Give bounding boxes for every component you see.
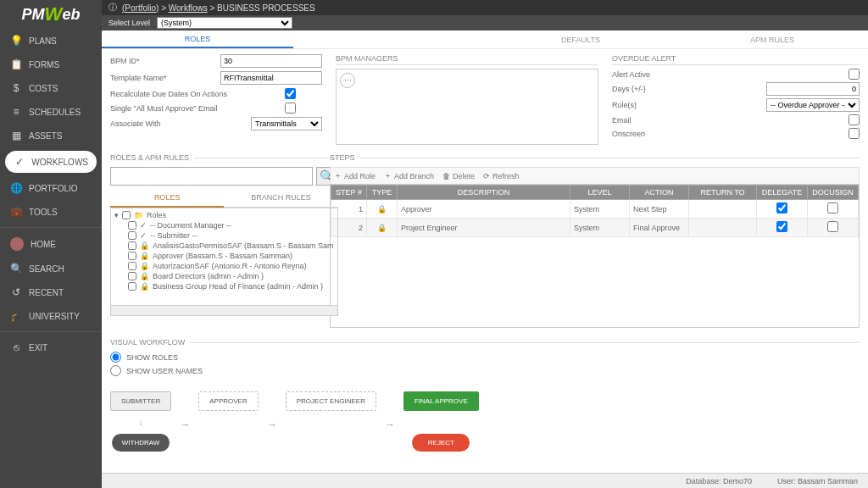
breadcrumb-portfolio[interactable]: (Portfolio)	[122, 3, 159, 13]
steps-section-label: STEPS	[330, 153, 360, 162]
arrow-right-icon: →	[267, 419, 277, 430]
delegate-checkbox[interactable]	[776, 202, 787, 214]
graduation-icon: 🎓	[10, 310, 22, 322]
node-reject[interactable]: REJECT	[412, 434, 470, 452]
steps-table: STEP # TYPE DESCRIPTION LEVEL ACTION RET…	[331, 185, 859, 237]
tabs: ROLES DEFAULTS APM RULES	[102, 30, 868, 49]
roles-subtab[interactable]: ROLES	[110, 189, 224, 208]
node-withdraw[interactable]: WITHDRAW	[112, 434, 170, 452]
user-label: User:	[777, 477, 796, 485]
nav-exit[interactable]: ⎋EXIT	[0, 336, 102, 359]
recalc-label: Recalculate Due Dates On Actions	[110, 90, 280, 98]
nav-schedules[interactable]: ≡SCHEDULES	[0, 100, 102, 124]
history-icon: ↺	[10, 286, 22, 298]
nav-plans[interactable]: 💡PLANS	[0, 29, 102, 53]
docusign-checkbox[interactable]	[827, 221, 838, 232]
nav-tools[interactable]: 💼TOOLS	[0, 200, 102, 224]
steps-toolbar: ＋ Add Role ＋ Add Branch 🗑 Delete ⟳ Refre…	[330, 167, 860, 184]
sidebar: PMWeb 💡PLANS 📋FORMS $COSTS ≡SCHEDULES ▦A…	[0, 0, 102, 488]
tab-apm[interactable]: APM RULES	[676, 30, 868, 48]
info-icon[interactable]: ⓘ	[108, 2, 117, 14]
template-input[interactable]	[220, 71, 322, 85]
delegate-checkbox[interactable]	[776, 221, 787, 232]
exit-icon: ⎋	[10, 341, 22, 353]
table-row[interactable]: 2 🔒 Project Engineer System Final Approv…	[331, 219, 859, 237]
level-label: Select Level	[108, 19, 150, 27]
node-final-approve[interactable]: FINAL APPROVE	[403, 391, 479, 411]
alert-active-label: Alert Active	[612, 70, 663, 79]
arrow-right-icon: →	[180, 419, 190, 430]
roles-label: Role(s)	[612, 101, 663, 109]
tree-scrollbar[interactable]	[111, 305, 337, 315]
globe-icon: 🌐	[10, 182, 22, 194]
tab-blank[interactable]	[293, 30, 485, 48]
nav-home[interactable]: HOME	[0, 231, 102, 257]
visual-workflow-title: VISUAL WORKFLOW	[110, 338, 190, 347]
docusign-checkbox[interactable]	[827, 202, 838, 214]
template-label: Template Name*	[110, 74, 215, 82]
node-approver[interactable]: APPROVER	[198, 391, 258, 411]
show-users-label: SHOW USER NAMES	[126, 367, 203, 375]
level-bar: Select Level (System)	[102, 15, 868, 30]
nav-recent[interactable]: ↺RECENT	[0, 280, 102, 304]
roles-tree[interactable]: ▾📁Roles ✓-- Document Manager -- ✓-- Subm…	[110, 208, 338, 316]
email-checkbox[interactable]	[849, 114, 860, 125]
avatar-icon	[10, 237, 24, 251]
lock-icon: 🔒	[377, 205, 387, 214]
managers-box: ⋯	[336, 69, 598, 145]
managers-menu-button[interactable]: ⋯	[340, 73, 355, 88]
associate-select[interactable]: Transmittals	[251, 117, 322, 130]
days-input[interactable]	[766, 82, 860, 96]
node-engineer[interactable]: PROJECT ENGINEER	[286, 391, 376, 411]
add-role-button[interactable]: ＋ Add Role	[334, 170, 376, 181]
branch-rules-subtab[interactable]: BRANCH RULES	[224, 189, 337, 208]
nav-university[interactable]: 🎓UNIVERSITY	[0, 304, 102, 328]
nav-assets[interactable]: ▦ASSETS	[0, 124, 102, 147]
lock-icon: 🔒	[377, 224, 387, 232]
breadcrumb-workflows[interactable]: Workflows	[169, 3, 208, 13]
search-icon: 🔍	[10, 263, 22, 274]
roles-section-label: ROLES & APM RULES	[110, 153, 194, 162]
list-icon: ≡	[10, 106, 22, 118]
nav-portfolio[interactable]: 🌐PORTFOLIO	[0, 176, 102, 200]
table-row[interactable]: 1 🔒 Approver System Next Step	[331, 200, 859, 219]
node-submitter[interactable]: SUBMITTER	[110, 391, 171, 411]
show-users-radio[interactable]	[110, 365, 121, 376]
roles-select[interactable]: -- Overdue Approver --	[766, 98, 860, 112]
add-branch-button[interactable]: ＋ Add Branch	[384, 170, 434, 181]
alert-active-checkbox[interactable]	[849, 69, 860, 80]
db-label: Database:	[686, 477, 721, 485]
single-label: Single "All Must Approve" Email	[110, 104, 280, 113]
refresh-button[interactable]: ⟳ Refresh	[483, 170, 520, 181]
email-label: Email	[612, 116, 663, 125]
tab-roles[interactable]: ROLES	[102, 30, 293, 48]
single-checkbox[interactable]	[285, 103, 296, 114]
nav-search[interactable]: 🔍SEARCH	[0, 257, 102, 280]
show-roles-radio[interactable]	[110, 352, 121, 363]
topbar: ⓘ (Portfolio) > Workflows > BUSINESS PRO…	[102, 0, 868, 15]
briefcase-icon: 💼	[10, 206, 22, 218]
check-icon: ✓	[14, 156, 25, 168]
overdue-title: OVERDUE ALERT	[612, 54, 860, 65]
db-value: Demo70	[723, 477, 752, 485]
level-select[interactable]: (System)	[157, 17, 292, 29]
tab-defaults[interactable]: DEFAULTS	[485, 30, 676, 48]
bpm-id-input[interactable]	[220, 54, 322, 68]
dollar-icon: $	[10, 82, 22, 94]
days-label: Days (+/-)	[612, 85, 663, 93]
associate-label: Associate With	[110, 119, 246, 128]
breadcrumb-page: BUSINESS PROCESSES	[217, 3, 315, 13]
logo: PMWeb	[0, 0, 102, 29]
delete-button[interactable]: 🗑 Delete	[442, 170, 475, 181]
nav-forms[interactable]: 📋FORMS	[0, 53, 102, 76]
user-value: Bassam Samman	[798, 477, 858, 485]
nav-workflows[interactable]: ✓WORKFLOWS	[5, 151, 97, 173]
recalc-checkbox[interactable]	[285, 88, 296, 99]
clipboard-icon: 📋	[10, 58, 22, 70]
onscreen-checkbox[interactable]	[849, 128, 860, 139]
nav-costs[interactable]: $COSTS	[0, 76, 102, 100]
arrow-right-icon: →	[385, 419, 395, 430]
workflow-diagram: SUBMITTER ↓ WITHDRAW → APPROVER → PROJEC…	[110, 391, 860, 452]
bulb-icon: 💡	[10, 35, 22, 47]
roles-search-input[interactable]	[110, 167, 313, 186]
